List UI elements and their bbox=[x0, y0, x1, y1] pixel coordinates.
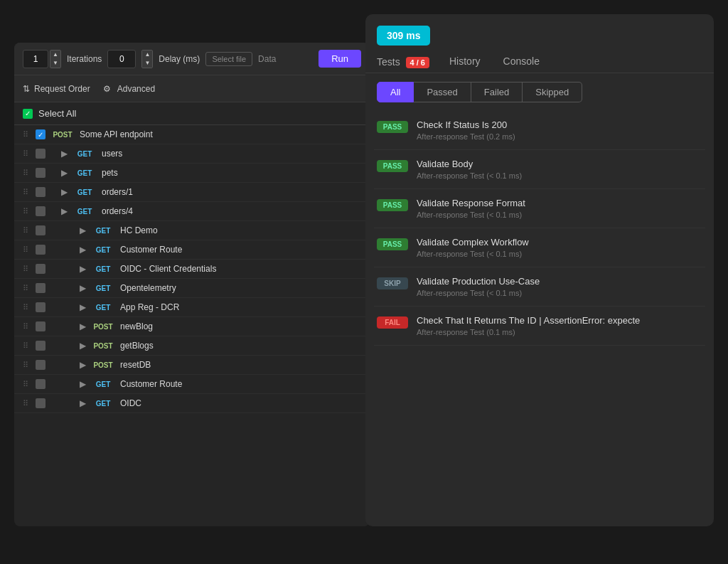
status-badge: FAIL bbox=[377, 316, 408, 329]
tests-count-badge: 4 / 6 bbox=[406, 57, 429, 68]
tab-console[interactable]: Console bbox=[492, 51, 551, 73]
test-info: Validate Production Use-CaseAfter-respon… bbox=[417, 276, 702, 297]
drag-handle-icon: ⠿ bbox=[23, 149, 31, 159]
test-info: Check If Status Is 200After-response Tes… bbox=[417, 119, 702, 141]
list-item[interactable]: ⠿▶GETOpentelemetry bbox=[14, 279, 370, 298]
test-name: Check If Status Is 200 bbox=[417, 119, 702, 130]
drag-handle-icon: ⠿ bbox=[23, 399, 31, 408]
list-item[interactable]: ⠿▶GETusers bbox=[14, 144, 370, 164]
method-badge: GET bbox=[90, 284, 116, 293]
folder-icon: ▶ bbox=[80, 283, 86, 293]
item-checkbox[interactable] bbox=[36, 379, 46, 389]
method-badge: POST bbox=[90, 322, 116, 331]
item-checkbox[interactable] bbox=[36, 206, 46, 216]
item-name: OIDC bbox=[120, 398, 141, 408]
advanced-button[interactable]: ⚙ Advanced bbox=[102, 83, 155, 95]
folder-icon: ▶ bbox=[61, 187, 68, 197]
drag-handle-icon: ⠿ bbox=[23, 341, 31, 351]
item-name: Customer Route bbox=[120, 245, 182, 255]
item-name: orders/4 bbox=[102, 206, 133, 216]
test-info: Validate Complex WorkflowAfter-response … bbox=[417, 237, 702, 258]
select-all-label: Select All bbox=[38, 108, 76, 119]
item-name: HC Demo bbox=[120, 225, 158, 235]
arrows-icon: ⇅ bbox=[23, 84, 30, 94]
item-name: Some API endpoint bbox=[80, 129, 153, 139]
folder-icon: ▶ bbox=[80, 398, 86, 408]
method-badge: POST bbox=[90, 341, 116, 351]
test-result-item: FAILCheck That It Returns The ID | Asser… bbox=[374, 307, 705, 346]
item-checkbox[interactable] bbox=[36, 302, 46, 312]
method-badge: POST bbox=[90, 361, 116, 370]
tests-tab-label: Tests 4 / 6 bbox=[377, 52, 438, 72]
test-info: Validate BodyAfter-response Test (< 0.1 … bbox=[417, 159, 702, 180]
status-badge: PASS bbox=[377, 199, 408, 211]
item-checkbox[interactable] bbox=[36, 321, 46, 331]
test-sub: After-response Test (0.2 ms) bbox=[417, 132, 702, 141]
test-info: Check That It Returns The ID | Assertion… bbox=[417, 315, 702, 336]
tab-history[interactable]: History bbox=[438, 51, 492, 73]
list-item[interactable]: ⠿▶GETorders/1 bbox=[14, 183, 370, 202]
list-item[interactable]: ⠿▶GETCustomer Route bbox=[14, 375, 370, 394]
item-checkbox[interactable] bbox=[36, 341, 46, 351]
test-name: Check That It Returns The ID | Assertion… bbox=[417, 315, 702, 326]
advanced-label: Advanced bbox=[117, 84, 155, 94]
timing-badge: 309 ms bbox=[377, 26, 430, 46]
filter-button-all[interactable]: All bbox=[377, 82, 414, 102]
method-badge: GET bbox=[90, 245, 116, 255]
list-item[interactable]: ⠿▶GETApp Reg - DCR bbox=[14, 298, 370, 317]
data-label: Data bbox=[258, 54, 276, 64]
list-item[interactable]: ⠿▶POSTresetDB bbox=[14, 356, 370, 375]
method-badge: GET bbox=[90, 303, 116, 312]
request-order-button[interactable]: ⇅ Request Order bbox=[23, 84, 90, 94]
folder-icon: ▶ bbox=[80, 321, 86, 331]
delay-spinner[interactable]: ▲ ▼ bbox=[141, 50, 153, 68]
method-badge: GET bbox=[72, 149, 97, 159]
list-item[interactable]: ⠿▶GETpets bbox=[14, 164, 370, 183]
list-item[interactable]: ⠿▶POSTgetBlogs bbox=[14, 336, 370, 356]
item-name: users bbox=[102, 149, 122, 159]
folder-icon: ▶ bbox=[80, 379, 86, 389]
item-checkbox[interactable] bbox=[36, 149, 46, 159]
gear-icon: ⚙ bbox=[102, 83, 113, 95]
item-checkbox[interactable] bbox=[36, 398, 46, 408]
test-result-item: PASSValidate Complex WorkflowAfter-respo… bbox=[374, 228, 705, 267]
folder-icon: ▶ bbox=[80, 341, 86, 351]
tabs-row: Tests 4 / 6 History Console bbox=[365, 46, 714, 73]
folder-icon: ▶ bbox=[61, 168, 68, 178]
list-item[interactable]: ⠿▶GETHC Demo bbox=[14, 221, 370, 240]
run-button[interactable]: Run bbox=[318, 50, 361, 68]
item-checkbox[interactable] bbox=[36, 360, 46, 370]
list-item[interactable]: ⠿▶GETorders/4 bbox=[14, 202, 370, 221]
item-checkbox[interactable] bbox=[36, 168, 46, 178]
list-item[interactable]: ⠿▶GETCustomer Route bbox=[14, 240, 370, 260]
delay-input[interactable] bbox=[107, 50, 136, 68]
item-checkbox[interactable] bbox=[36, 225, 46, 235]
select-all-checkbox[interactable] bbox=[23, 109, 33, 119]
iterations-input[interactable] bbox=[23, 50, 48, 68]
list-item[interactable]: ⠿▶GETOIDC - Client Credentials bbox=[14, 260, 370, 279]
method-badge: GET bbox=[72, 188, 97, 197]
filter-button-skipped[interactable]: Skipped bbox=[523, 82, 582, 102]
item-checkbox[interactable] bbox=[36, 245, 46, 255]
iterations-label: Iterations bbox=[67, 54, 102, 64]
drag-handle-icon: ⠿ bbox=[23, 265, 31, 274]
requests-list: ⠿POSTSome API endpoint⠿▶GETusers⠿▶GETpet… bbox=[14, 125, 370, 516]
select-file-button[interactable]: Select file bbox=[205, 52, 252, 66]
item-checkbox[interactable] bbox=[36, 187, 46, 197]
status-badge: PASS bbox=[377, 238, 408, 250]
iterations-spinner[interactable]: ▲ ▼ bbox=[50, 50, 61, 68]
filter-button-failed[interactable]: Failed bbox=[471, 82, 523, 102]
filter-button-passed[interactable]: Passed bbox=[414, 82, 471, 102]
item-name: App Reg - DCR bbox=[120, 302, 179, 312]
list-item[interactable]: ⠿POSTSome API endpoint bbox=[14, 125, 370, 144]
test-results-list: PASSCheck If Status Is 200After-response… bbox=[365, 111, 714, 509]
item-checkbox[interactable] bbox=[36, 264, 46, 274]
list-item[interactable]: ⠿▶POSTnewBlog bbox=[14, 317, 370, 336]
status-badge: PASS bbox=[377, 160, 408, 172]
method-badge: GET bbox=[90, 265, 116, 274]
list-item[interactable]: ⠿▶GETOIDC bbox=[14, 394, 370, 413]
item-checkbox[interactable] bbox=[36, 129, 46, 139]
method-badge: POST bbox=[50, 130, 75, 139]
select-all-row: Select All bbox=[14, 102, 370, 125]
item-checkbox[interactable] bbox=[36, 283, 46, 293]
